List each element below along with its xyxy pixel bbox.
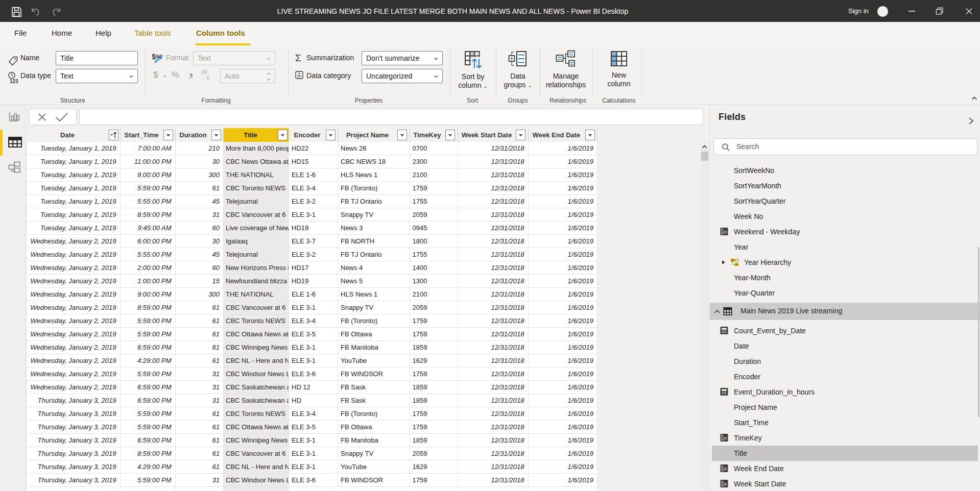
svg-text:fx: fx: [724, 229, 727, 234]
svg-text:fx: fx: [724, 466, 727, 471]
svg-text:fx: fx: [724, 435, 727, 440]
svg-text:123: 123: [10, 79, 18, 84]
svg-text:fx: fx: [724, 481, 727, 486]
